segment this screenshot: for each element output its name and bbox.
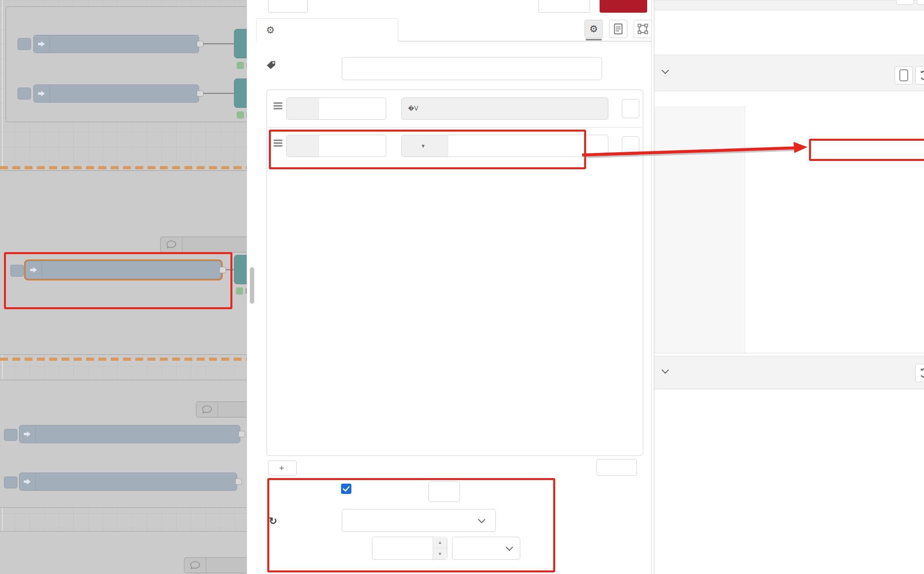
wire — [203, 43, 234, 44]
comment-node[interactable] — [160, 237, 255, 253]
annotation-box-selected-node — [4, 252, 232, 309]
refresh-icon — [919, 368, 924, 378]
add-rule-button[interactable]: + — [268, 461, 297, 476]
inject-button[interactable] — [4, 476, 17, 488]
comment-node[interactable] — [184, 557, 251, 573]
chevron-down-icon — [661, 366, 669, 373]
node-frame-icon — [638, 24, 648, 34]
cancel-button[interactable] — [539, 0, 590, 13]
drag-handle-icon[interactable] — [274, 102, 282, 104]
node-red-editor: ⚙ ⚙ �Ⅴ — [0, 0, 924, 574]
context-key-column — [654, 106, 745, 353]
delete-button[interactable] — [268, 0, 308, 13]
description-view-button[interactable] — [609, 20, 627, 38]
copy-path-button[interactable] — [896, 0, 914, 5]
node-status-dot — [237, 111, 244, 119]
inject-node[interactable] — [33, 35, 199, 53]
gear-icon: ⚙ — [589, 23, 598, 34]
refresh-global-button[interactable] — [915, 364, 924, 382]
comment-bubble-icon — [196, 402, 218, 417]
inject-button[interactable] — [4, 429, 17, 441]
global-section-header[interactable] — [654, 356, 924, 389]
msg-prop-field[interactable] — [286, 98, 386, 120]
tree-bottom-border — [654, 353, 924, 353]
name-input[interactable] — [342, 57, 602, 80]
expand-flow-button[interactable] — [895, 66, 913, 84]
inject-arrow-icon — [34, 35, 50, 53]
done-button[interactable] — [600, 0, 647, 13]
rule-divider — [268, 127, 642, 128]
comment-bubble-icon — [161, 237, 182, 252]
tag-icon — [266, 60, 276, 70]
dialog-scroll-gutter — [247, 0, 257, 574]
section-divider-dashed — [0, 166, 256, 169]
msg-prefix — [287, 98, 319, 119]
document-icon — [614, 23, 623, 34]
inject-arrow-icon — [19, 473, 36, 490]
remove-rule-button[interactable] — [622, 136, 639, 155]
section-divider-dashed — [0, 358, 256, 361]
refresh-icon — [919, 70, 924, 80]
context-sidebar — [654, 0, 924, 574]
node-section-header[interactable] — [654, 0, 924, 10]
remove-rule-button[interactable] — [622, 99, 639, 118]
gear-icon: ⚙ — [266, 25, 275, 36]
wire — [203, 93, 234, 94]
output-port[interactable] — [197, 41, 203, 47]
inject-now-button[interactable] — [596, 459, 637, 476]
inject-arrow-icon — [34, 85, 50, 102]
scrollbar-thumb[interactable] — [250, 267, 254, 304]
inject-node[interactable] — [19, 425, 240, 443]
properties-view-button[interactable]: ⚙ — [585, 20, 603, 38]
comment-bubble-icon — [184, 558, 206, 573]
node-group[interactable] — [6, 6, 255, 122]
inject-button[interactable] — [17, 88, 31, 99]
annotation-box-nodeid-value — [809, 139, 924, 161]
annotation-box-repeat-settings — [267, 478, 555, 572]
output-port[interactable] — [197, 90, 203, 97]
refresh-flow-button[interactable] — [915, 66, 924, 84]
refresh-node-button[interactable] — [917, 0, 924, 5]
inject-arrow-icon — [19, 425, 36, 443]
plus-icon: + — [279, 464, 284, 473]
square-icon — [899, 69, 908, 81]
inject-node[interactable] — [19, 473, 237, 491]
chevron-down-icon: �Ⅴ — [408, 105, 418, 112]
output-port[interactable] — [238, 431, 245, 437]
inject-button[interactable] — [17, 38, 31, 50]
tab-properties[interactable]: ⚙ — [256, 18, 398, 42]
node-status-dot — [237, 62, 244, 69]
flow-section-header[interactable] — [654, 55, 924, 91]
annotation-box-msg-topic — [269, 130, 586, 169]
typed-input-timestamp[interactable]: �Ⅴ — [401, 98, 608, 120]
appearance-view-button[interactable] — [634, 20, 652, 38]
inject-node[interactable] — [33, 84, 199, 103]
node-status-dot — [236, 287, 243, 295]
output-port[interactable] — [235, 478, 242, 485]
chevron-down-icon — [661, 67, 669, 74]
